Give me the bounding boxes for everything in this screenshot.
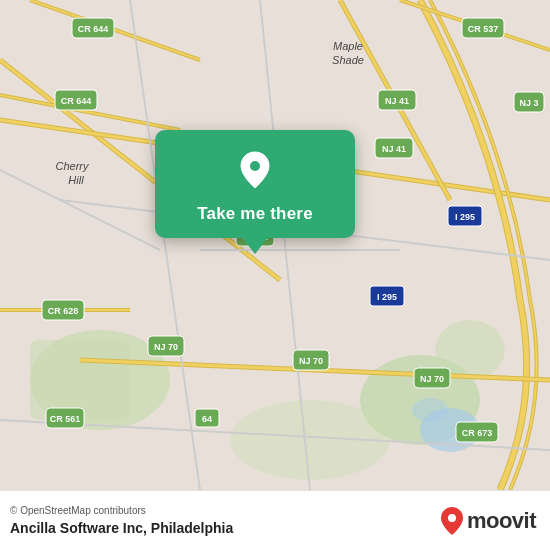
svg-text:NJ 70: NJ 70 (154, 342, 178, 352)
moovit-logo: moovit (441, 507, 536, 535)
svg-text:CR 644: CR 644 (78, 24, 109, 34)
svg-text:CR 537: CR 537 (468, 24, 499, 34)
svg-text:CR 628: CR 628 (48, 306, 79, 316)
svg-text:CR 644: CR 644 (61, 96, 92, 106)
svg-text:NJ 70: NJ 70 (299, 356, 323, 366)
svg-text:Hill: Hill (68, 174, 84, 186)
svg-text:Cherry: Cherry (55, 160, 90, 172)
svg-point-67 (448, 514, 456, 522)
location-name: Ancilla Software Inc, Philadelphia (10, 520, 233, 536)
svg-text:CR 673: CR 673 (462, 428, 493, 438)
svg-text:Shade: Shade (332, 54, 364, 66)
svg-point-66 (250, 161, 260, 171)
svg-point-7 (412, 398, 448, 422)
svg-text:I 295: I 295 (455, 212, 475, 222)
moovit-brand-text: moovit (467, 508, 536, 534)
map-container: CR 644 CR 537 CR 644 NJ 41 NJ 41 NJ 3 I … (0, 0, 550, 490)
svg-text:NJ 41: NJ 41 (385, 96, 409, 106)
bottom-bar: © OpenStreetMap contributors Ancilla Sof… (0, 490, 550, 550)
svg-text:NJ 70: NJ 70 (420, 374, 444, 384)
svg-text:Maple: Maple (333, 40, 363, 52)
osm-credit: © OpenStreetMap contributors (10, 505, 233, 516)
moovit-pin-icon (441, 507, 463, 535)
bottom-left-info: © OpenStreetMap contributors Ancilla Sof… (10, 505, 233, 536)
take-me-there-button[interactable]: Take me there (197, 204, 313, 224)
svg-text:NJ 3: NJ 3 (519, 98, 538, 108)
svg-text:I 295: I 295 (377, 292, 397, 302)
svg-text:NJ 41: NJ 41 (382, 144, 406, 154)
svg-text:64: 64 (202, 414, 212, 424)
location-pin-icon (233, 148, 277, 192)
popup-card: Take me there (155, 130, 355, 238)
svg-text:CR 561: CR 561 (50, 414, 81, 424)
